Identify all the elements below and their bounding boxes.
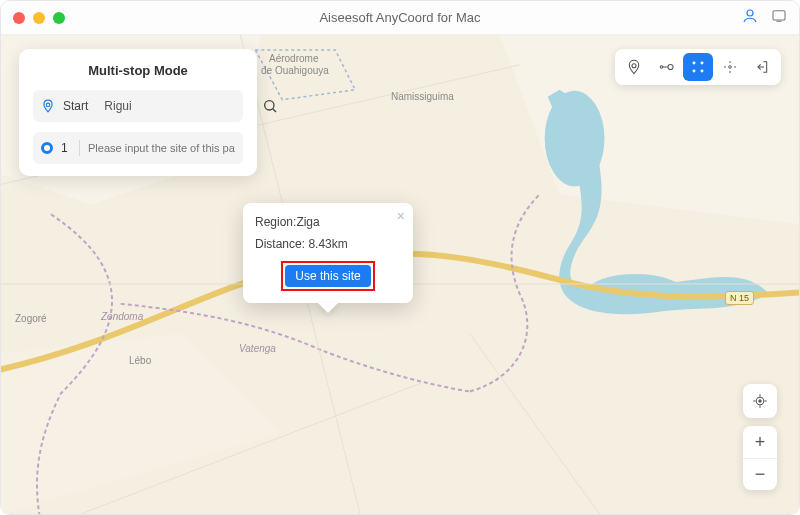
svg-point-17 [759,400,761,402]
svg-point-3 [545,91,605,187]
svg-point-11 [693,62,696,65]
app-title: Aiseesoft AnyCoord for Mac [1,10,799,25]
svg-point-13 [693,70,696,73]
zoom-in-button[interactable]: + [743,426,777,458]
close-icon[interactable]: × [397,209,405,223]
svg-point-9 [660,66,663,69]
svg-point-7 [265,101,274,110]
feedback-icon[interactable] [771,8,787,28]
mode-multi-stop[interactable] [683,53,713,81]
divider [79,140,80,156]
popup-pointer [318,303,338,313]
svg-point-14 [701,70,704,73]
road-badge-n15: N 15 [725,291,754,305]
popup-distance-line: Distance: 8.43km [255,237,401,251]
app-window: Aiseesoft AnyCoord for Mac [0,0,800,515]
account-icon[interactable] [741,7,759,29]
titlebar: Aiseesoft AnyCoord for Mac [1,1,799,35]
svg-point-12 [701,62,704,65]
svg-point-8 [632,64,636,68]
stop-row-1: 1 [33,132,243,164]
popup-region-line: Region:Ziga [255,215,401,229]
svg-point-10 [668,64,673,69]
start-search-row: Start [33,90,243,122]
svg-rect-1 [773,10,785,19]
recenter-button[interactable] [743,384,777,418]
popup-region-value: Ziga [296,215,319,229]
mode-modify-location[interactable] [619,53,649,81]
mode-exit[interactable] [747,53,777,81]
svg-point-0 [747,10,753,16]
search-icon[interactable] [262,98,278,114]
popup-distance-label: Distance: [255,237,305,251]
mode-toolbar [615,49,781,85]
svg-point-15 [729,66,732,69]
start-pin-icon [41,99,55,113]
stop-number: 1 [61,141,71,155]
use-this-site-button[interactable]: Use this site [285,265,370,287]
multi-stop-panel: Multi-stop Mode Start 1 [19,49,257,176]
zoom-controls: + − [743,426,777,490]
zoom-out-button[interactable]: − [743,458,777,490]
svg-point-6 [46,103,50,107]
highlight-box: Use this site [281,261,374,291]
content-area: Aérodrome de Ouahigouya Namissiguima Zog… [1,35,799,514]
mode-joystick[interactable] [715,53,745,81]
popup-distance-value: 8.43km [308,237,347,251]
stop-radio-icon [41,142,53,154]
mode-one-stop[interactable] [651,53,681,81]
panel-title: Multi-stop Mode [33,63,243,78]
start-label: Start [63,99,88,113]
stop-input-1[interactable] [88,142,235,154]
popup-region-label: Region: [255,215,296,229]
location-popup: × Region:Ziga Distance: 8.43km Use this … [243,203,413,303]
start-input[interactable] [104,99,254,113]
